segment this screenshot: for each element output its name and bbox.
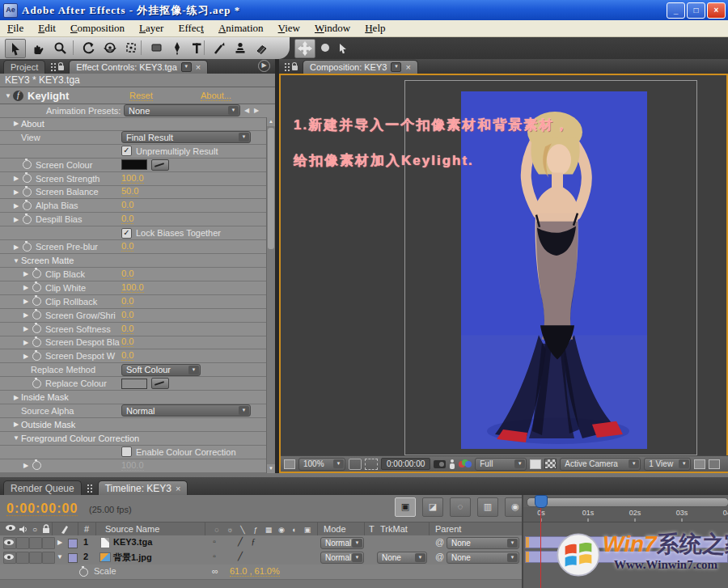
chevron-down-icon[interactable]: ▼ (507, 553, 518, 562)
preset-prev-icon[interactable]: ◀ (244, 107, 249, 114)
twirl-icon[interactable]: ▶ (21, 353, 31, 360)
stopwatch-icon[interactable] (32, 269, 41, 278)
source-name-column[interactable]: Source Name (105, 524, 159, 534)
show-snapshot-icon[interactable] (449, 459, 455, 469)
magnification-dropdown[interactable]: 100% ▼ (298, 458, 345, 471)
tab-close-icon[interactable]: × (405, 63, 410, 71)
checkbox[interactable]: ✓ (121, 146, 132, 156)
animation-presets-dropdown[interactable]: None ▼ (124, 104, 240, 116)
about-link[interactable]: About... (201, 91, 231, 101)
parent-dropdown[interactable]: None ▼ (447, 552, 519, 564)
param-value[interactable]: 100.0 (121, 283, 144, 293)
stopwatch-icon[interactable] (32, 379, 41, 388)
current-time-indicator-handle[interactable] (535, 495, 548, 508)
param-value[interactable]: 0.0 (121, 337, 133, 347)
zoom-tool[interactable] (50, 39, 70, 57)
tab-timeline[interactable]: Timeline: KEY3 × (98, 480, 188, 495)
menu-layer[interactable]: Layer (132, 21, 171, 36)
hide-shy-layers-button[interactable]: ◌ (450, 497, 471, 517)
selection-tool[interactable] (5, 39, 26, 58)
twirl-icon[interactable]: ▶ (11, 421, 21, 428)
switch-quality[interactable]: ╱ (235, 537, 246, 546)
layer-label-swatch[interactable] (68, 553, 78, 563)
twirl-icon[interactable]: ▶ (11, 243, 21, 251)
param-dropdown[interactable]: Normal▼ (121, 404, 251, 417)
resolution-dropdown[interactable]: Full ▼ (475, 458, 527, 471)
time-ruler[interactable]: 0s01s02s03s04s (523, 507, 728, 522)
stopwatch-icon[interactable] (32, 461, 41, 470)
twirl-icon[interactable]: ▼ (11, 257, 21, 264)
blend-mode-dropdown[interactable]: Normal ▼ (320, 537, 364, 549)
menu-view[interactable]: View (271, 21, 307, 36)
link-dimensions-icon[interactable]: ∞ (212, 566, 218, 576)
composition-viewer[interactable]: 1.新建并导入一个扣像素材和背景素材， 给扣像素材加入Keylight. 100… (279, 74, 728, 473)
parent-dropdown[interactable]: None ▼ (447, 537, 519, 549)
checkbox[interactable]: ✓ (121, 228, 132, 239)
chevron-down-icon[interactable]: ▼ (415, 553, 425, 562)
switch-shy[interactable]: ▫ (209, 537, 220, 546)
chevron-down-icon[interactable]: ▼ (239, 133, 249, 142)
current-timecode[interactable]: 0:00:00:00 (6, 501, 78, 516)
chevron-down-icon[interactable]: ▼ (188, 366, 199, 374)
param-value[interactable]: 0.0 (121, 269, 133, 279)
parent-pickwhip-icon[interactable]: @ (435, 537, 444, 547)
twirl-icon[interactable]: ▶ (11, 202, 21, 209)
panel-lock-icon[interactable] (58, 66, 64, 70)
chevron-down-icon[interactable]: ▼ (352, 539, 362, 548)
menu-window[interactable]: Window (307, 21, 358, 36)
parent-pickwhip-icon[interactable]: @ (435, 552, 444, 561)
snapshot-camera-icon[interactable] (434, 460, 446, 468)
rotation-tool[interactable] (78, 39, 98, 57)
tab-render-queue[interactable]: Render Queue (3, 480, 82, 495)
maximize-button[interactable]: □ (687, 2, 705, 19)
chevron-down-icon[interactable]: ▼ (507, 539, 518, 548)
stopwatch-icon[interactable] (32, 352, 41, 361)
parent-column[interactable]: Parent (435, 524, 461, 534)
close-button[interactable]: × (707, 2, 726, 19)
scale-value[interactable]: 61.0 , 61.0% (230, 567, 280, 577)
menu-animation[interactable]: Animation (211, 21, 271, 36)
pixel-aspect-icon[interactable] (530, 459, 541, 469)
pen-tool[interactable] (167, 39, 187, 57)
region-of-interest-icon[interactable] (365, 459, 378, 470)
scroll-down-icon[interactable]: ▼ (267, 464, 275, 473)
twirl-icon[interactable]: ▶ (21, 298, 31, 305)
mode-column[interactable]: Mode (324, 524, 346, 534)
chevron-down-icon[interactable]: ▼ (228, 106, 239, 115)
view-layout-dropdown[interactable]: 1 View ▼ (644, 458, 691, 471)
timeline-track-area[interactable]: 0s01s02s03s04s Win7系统之家 Www.Winwin7.com (522, 495, 728, 588)
safe-zones-icon[interactable] (349, 459, 362, 470)
always-preview-icon[interactable] (284, 459, 295, 469)
axis-mode-view-button[interactable] (333, 39, 353, 57)
param-value[interactable]: 0.0 (121, 297, 133, 307)
stopwatch-icon[interactable] (23, 201, 32, 210)
active-camera-dropdown[interactable]: Active Camera ▼ (560, 458, 641, 471)
twirl-icon[interactable]: ▶ (21, 325, 31, 332)
twirl-down-icon[interactable]: ▼ (55, 553, 65, 561)
scrollbar-thumb[interactable] (268, 128, 274, 249)
stopwatch-icon[interactable] (23, 174, 32, 183)
twirl-icon[interactable]: ▶ (11, 394, 21, 401)
tab-dropdown-icon[interactable]: ▼ (391, 62, 401, 72)
twirl-down-icon[interactable]: ▼ (3, 92, 13, 99)
twirl-icon[interactable]: ▶ (21, 339, 31, 346)
panel-gripper[interactable] (50, 62, 57, 72)
stopwatch-icon[interactable] (23, 243, 32, 252)
param-value[interactable]: 50.0 (121, 187, 138, 197)
param-value[interactable]: 0.0 (121, 242, 133, 252)
tab-project[interactable]: Project (3, 60, 45, 74)
layer-visibility-eye-icon[interactable] (4, 554, 14, 560)
comp-mini-flowchart-button[interactable]: ▣ (395, 497, 416, 517)
twirl-icon[interactable]: ▶ (21, 270, 31, 277)
chevron-down-icon[interactable]: ▼ (514, 459, 525, 468)
layer-row-1[interactable]: ▶ 1 KEY3.tga ▫ ╱ ƒ Normal ▼ @ None ▼ (0, 535, 522, 551)
twirl-right-icon[interactable]: ▶ (55, 539, 65, 546)
rect-shape-tool[interactable] (146, 39, 166, 57)
param-dropdown[interactable]: Final Result▼ (121, 131, 251, 143)
color-swatch[interactable] (121, 379, 147, 389)
switch-quality[interactable]: ╱ (235, 552, 246, 561)
eyedropper-icon[interactable] (151, 159, 169, 171)
chevron-down-icon[interactable]: ▼ (679, 459, 689, 468)
chevron-down-icon[interactable]: ▼ (333, 459, 344, 468)
viewer-timecode[interactable]: 0:00:00:00 (381, 458, 430, 470)
